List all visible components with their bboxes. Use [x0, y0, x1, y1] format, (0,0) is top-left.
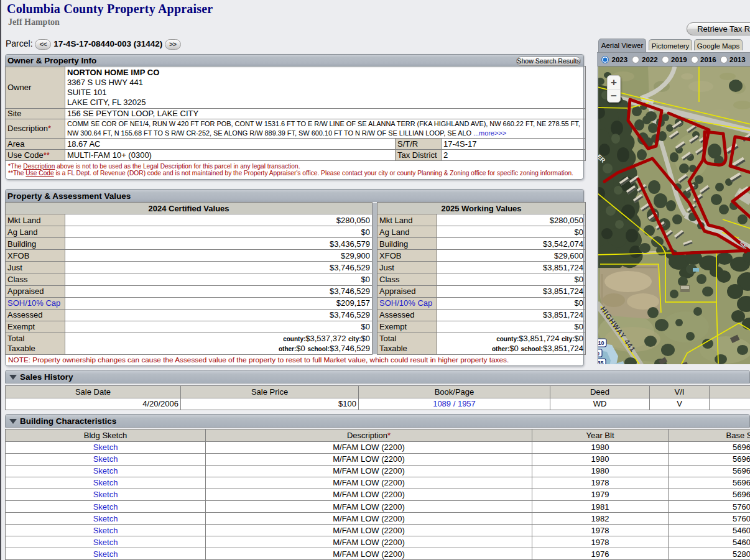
svg-text:0: 0	[598, 351, 600, 357]
svg-text:35: 35	[598, 360, 604, 364]
svg-text:10: 10	[598, 340, 604, 346]
